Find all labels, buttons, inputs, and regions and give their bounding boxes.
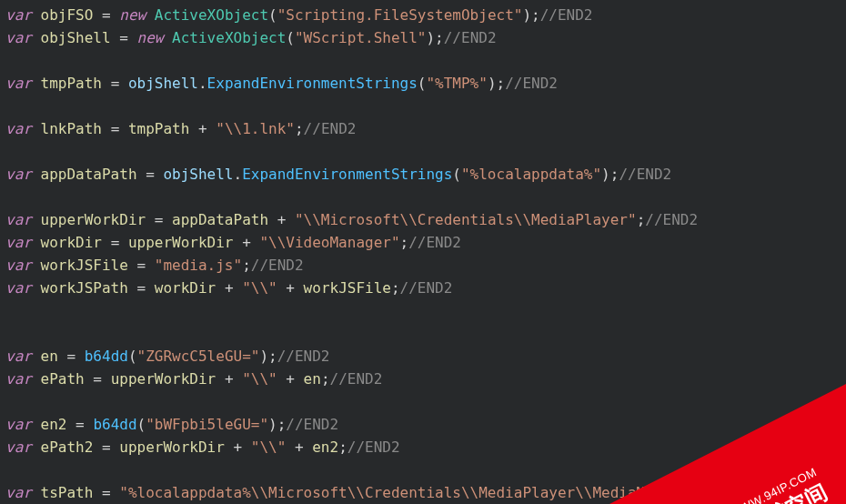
token-ident: en2 [312,438,338,456]
token-space [32,416,41,433]
token-ident: tsPath [41,484,94,501]
token-cmt: //END2 [277,348,330,365]
token-space [32,211,41,228]
token-op: ; [391,279,400,297]
token-op: + [286,279,295,297]
token-op: + [242,234,251,251]
token-func: b64dd [85,348,128,365]
token-space [119,75,128,92]
token-str: "\\1.lnk" [216,120,295,137]
token-space [146,279,155,297]
token-space [32,279,41,297]
token-kw: var [5,211,32,228]
token-space [32,120,41,137]
token-op: = [155,211,164,228]
token-op: ; [637,211,646,228]
token-op: = [102,438,111,456]
token-cmt: //END2 [251,257,304,274]
token-cmt: //END2 [330,370,383,388]
token-ident: workJSFile [304,279,391,297]
token-op: = [119,29,128,46]
token-cmt: //END2 [645,211,698,228]
token-obj: objShell [163,166,233,183]
token-space [66,416,76,433]
token-ident: appDataPath [41,166,137,183]
token-ident: en2 [41,416,67,433]
token-space [268,211,277,228]
token-space [102,370,111,388]
token-space [163,29,172,46]
token-space [286,438,295,456]
token-dot: . [234,166,243,183]
token-space [155,166,164,183]
token-space [128,29,137,46]
token-ident: ePath [41,370,85,388]
token-space [93,438,102,456]
token-space [225,438,234,456]
token-op: + [234,438,243,456]
token-op: ; [268,348,277,365]
token-kw: var [5,29,32,46]
token-func: b64dd [93,416,136,433]
token-op: = [66,348,76,365]
token-op: + [198,120,207,137]
token-space [286,211,295,228]
token-cmt: //END2 [505,75,558,92]
token-space [93,6,102,24]
token-op: ; [321,370,330,388]
token-par: ( [418,75,427,92]
token-ident: en [304,370,321,388]
token-op: = [93,370,102,388]
token-cmt: //END2 [408,234,461,251]
token-space [32,75,41,92]
token-op: = [111,234,120,251]
token-space [146,257,155,274]
token-ident: workDir [155,279,216,297]
token-dot: . [198,75,207,92]
token-par: ( [268,6,277,24]
token-op: + [277,211,287,228]
token-op: + [225,370,234,388]
token-str: "\\VideoManager" [259,234,399,251]
token-space [234,234,243,251]
token-space [111,29,120,46]
token-str: "%TMP%" [426,75,487,92]
token-space [234,370,243,388]
token-cmt: //END2 [540,6,593,24]
token-space [102,75,111,92]
token-kw: var [5,279,32,297]
token-par: ) [522,6,531,24]
token-ident: upperWorkDir [111,370,217,388]
token-str: "media.js" [155,257,242,274]
token-ident: tmpPath [41,75,102,92]
token-str: "\\" [251,438,287,456]
token-space [102,234,111,251]
token-kw: var [5,348,32,365]
token-ident: lnkPath [41,120,102,137]
token-space [146,6,155,24]
token-space [32,484,41,501]
token-cmt: //END2 [286,416,338,433]
token-op: = [102,6,111,24]
token-str: "\\Microsoft\\Credentials\\MediaPlayer" [295,211,637,228]
token-op: ; [338,438,347,456]
token-par: ( [137,416,146,433]
token-str: "%localappdata%" [461,166,601,183]
token-kw: new [137,29,164,46]
token-op: = [146,166,155,183]
token-space [76,348,85,365]
token-space [85,370,94,388]
token-kw: new [119,6,146,24]
token-cmt: //END2 [347,438,400,456]
token-space [111,6,120,24]
token-kw: var [5,438,32,456]
token-op: ; [610,166,619,183]
token-par: ( [452,166,461,183]
token-kw: var [5,120,32,137]
token-space [32,234,41,251]
token-op: = [111,75,120,92]
token-op: ; [277,416,287,433]
token-space [242,438,251,456]
token-str: "%localappdata%\\Microsoft\\Credentials\… [119,484,706,501]
token-kw: var [5,370,32,388]
